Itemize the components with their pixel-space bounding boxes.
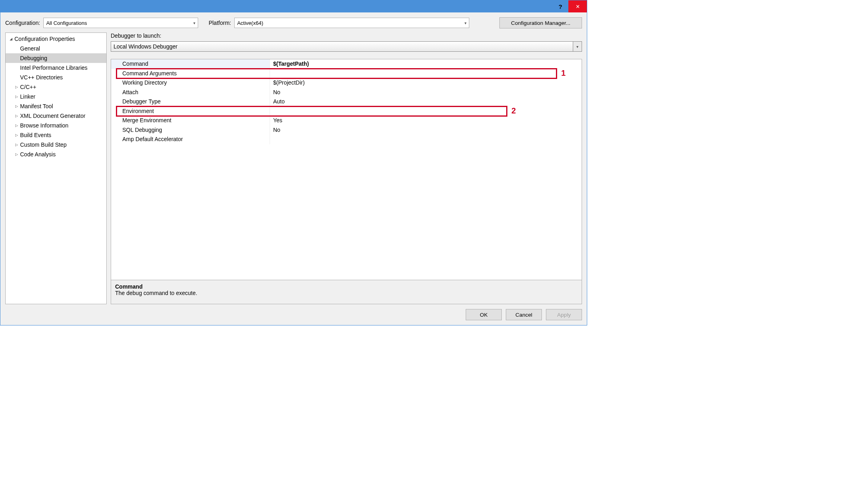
tree-item-label: Build Events xyxy=(20,131,51,139)
tree-item-vc-directories[interactable]: VC++ Directories xyxy=(6,73,106,82)
platform-value: Active(x64) xyxy=(237,20,263,26)
prop-row-sql-debugging[interactable]: SQL DebuggingNo xyxy=(111,125,582,135)
tree-item-label: VC++ Directories xyxy=(20,73,63,81)
description-text: The debug command to execute. xyxy=(115,290,578,296)
close-button[interactable]: ✕ xyxy=(568,0,587,12)
prop-row-command[interactable]: Command$(TargetPath) xyxy=(111,59,582,69)
prop-value[interactable]: Yes xyxy=(270,116,582,125)
prop-name: Command Arguments xyxy=(111,69,270,79)
description-pane: Command The debug command to execute. xyxy=(111,280,582,304)
prop-value[interactable]: $(TargetPath) xyxy=(270,59,582,69)
debugger-launch-label: Debugger to launch: xyxy=(111,32,582,39)
tree-root-label: Configuration Properties xyxy=(14,35,75,43)
expand-icon xyxy=(15,83,20,91)
prop-name: Environment xyxy=(111,107,270,116)
debugger-launch-row: Local Windows Debugger ▾ xyxy=(111,41,582,52)
prop-name: SQL Debugging xyxy=(111,125,270,135)
prop-row-debugger-type[interactable]: Debugger TypeAuto xyxy=(111,97,582,107)
prop-value[interactable] xyxy=(270,107,582,116)
prop-value[interactable]: $(ProjectDir) xyxy=(270,78,582,88)
tree-item-label: General xyxy=(20,44,40,53)
tree-item-code-analysis[interactable]: Code Analysis xyxy=(6,150,106,159)
configuration-value: All Configurations xyxy=(46,20,87,26)
prop-value[interactable] xyxy=(270,69,582,79)
expand-icon xyxy=(15,102,20,110)
prop-value[interactable]: Auto xyxy=(270,97,582,107)
prop-name: Command xyxy=(111,59,270,69)
tree-item-debugging[interactable]: Debugging xyxy=(6,53,106,63)
debugger-launch-value: Local Windows Debugger xyxy=(114,43,178,50)
prop-name: Attach xyxy=(111,88,270,97)
callout-number-1: 1 xyxy=(561,69,566,78)
prop-value[interactable]: No xyxy=(270,88,582,97)
right-pane: Debugger to launch: Local Windows Debugg… xyxy=(111,32,582,304)
main-row: Configuration Properties GeneralDebuggin… xyxy=(5,32,582,304)
chevron-down-icon: ▾ xyxy=(464,21,466,25)
tree-item-label: Debugging xyxy=(20,54,47,62)
tree-item-manifest-tool[interactable]: Manifest Tool xyxy=(6,101,106,111)
tree-item-label: Browse Information xyxy=(20,121,69,129)
tree-item-build-events[interactable]: Build Events xyxy=(6,130,106,140)
cancel-button[interactable]: Cancel xyxy=(506,309,542,320)
tree-item-c-c-[interactable]: C/C++ xyxy=(6,82,106,92)
tree-item-intel-performance-libraries[interactable]: Intel Performance Libraries xyxy=(6,63,106,73)
tree-item-label: Manifest Tool xyxy=(20,102,53,110)
prop-name: Amp Default Accelerator xyxy=(111,135,270,144)
debugger-launch-combo[interactable]: Local Windows Debugger xyxy=(111,41,573,52)
tree-item-xml-document-generator[interactable]: XML Document Generator xyxy=(6,111,106,121)
callout-number-2: 2 xyxy=(511,106,516,115)
prop-value[interactable] xyxy=(270,135,582,144)
configuration-manager-button[interactable]: Configuration Manager... xyxy=(499,17,582,28)
property-grid-rows[interactable]: Command$(TargetPath)Command ArgumentsWor… xyxy=(111,59,582,280)
expand-icon xyxy=(15,141,20,149)
expand-icon xyxy=(15,131,20,139)
tree-item-linker[interactable]: Linker xyxy=(6,92,106,101)
tree-item-label: Linker xyxy=(20,93,35,101)
ok-button[interactable]: OK xyxy=(466,309,502,320)
property-pages-dialog: ? ✕ Configuration: All Configurations ▾ … xyxy=(0,0,587,325)
prop-row-working-directory[interactable]: Working Directory$(ProjectDir) xyxy=(111,78,582,88)
expand-icon xyxy=(10,35,14,43)
debugger-launch-dropdown-button[interactable]: ▾ xyxy=(573,41,582,52)
expand-icon xyxy=(15,150,20,158)
prop-name: Merge Environment xyxy=(111,116,270,125)
top-row: Configuration: All Configurations ▾ Plat… xyxy=(5,17,582,28)
tree-item-label: Intel Performance Libraries xyxy=(20,64,87,72)
tree-item-label: Custom Build Step xyxy=(20,141,67,149)
expand-icon xyxy=(15,112,20,120)
prop-value[interactable]: No xyxy=(270,125,582,135)
chevron-down-icon: ▾ xyxy=(576,44,578,49)
button-row: OK Cancel Apply xyxy=(5,309,582,320)
tree-root[interactable]: Configuration Properties xyxy=(6,34,106,44)
tree-item-general[interactable]: General xyxy=(6,44,106,53)
prop-name: Debugger Type xyxy=(111,97,270,107)
prop-row-merge-environment[interactable]: Merge EnvironmentYes xyxy=(111,116,582,125)
prop-row-command-arguments[interactable]: Command Arguments xyxy=(111,69,582,79)
apply-button[interactable]: Apply xyxy=(546,309,582,320)
tree-item-label: Code Analysis xyxy=(20,150,56,158)
tree-pane[interactable]: Configuration Properties GeneralDebuggin… xyxy=(5,32,107,304)
platform-combo[interactable]: Active(x64) ▾ xyxy=(234,18,469,28)
help-button[interactable]: ? xyxy=(552,0,568,12)
property-grid: Command$(TargetPath)Command ArgumentsWor… xyxy=(111,59,582,304)
prop-name: Working Directory xyxy=(111,78,270,88)
titlebar: ? ✕ xyxy=(0,0,587,12)
prop-row-attach[interactable]: AttachNo xyxy=(111,88,582,97)
configuration-label: Configuration: xyxy=(5,20,40,26)
expand-icon xyxy=(15,121,20,129)
prop-row-amp-default-accelerator[interactable]: Amp Default Accelerator xyxy=(111,135,582,144)
tree-item-custom-build-step[interactable]: Custom Build Step xyxy=(6,140,106,150)
description-title: Command xyxy=(115,283,578,290)
expand-icon xyxy=(15,93,20,101)
configuration-combo[interactable]: All Configurations ▾ xyxy=(43,18,198,28)
chevron-down-icon: ▾ xyxy=(193,21,195,25)
tree-item-label: XML Document Generator xyxy=(20,112,85,120)
tree-item-label: C/C++ xyxy=(20,83,36,91)
dialog-body: Configuration: All Configurations ▾ Plat… xyxy=(0,12,587,325)
platform-label: Platform: xyxy=(209,20,231,26)
close-icon: ✕ xyxy=(576,4,580,10)
tree-item-browse-information[interactable]: Browse Information xyxy=(6,121,106,130)
